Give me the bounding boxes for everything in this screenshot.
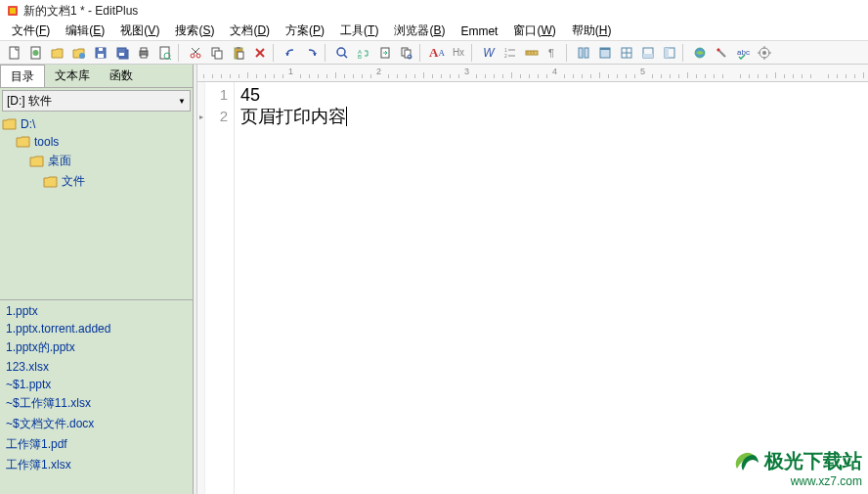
font-button[interactable]: AA — [426, 43, 448, 63]
spell-button[interactable]: abc — [732, 43, 754, 63]
menu-Emmet[interactable]: Emmet — [455, 23, 503, 39]
paste-button[interactable] — [228, 43, 249, 63]
whitespace-button[interactable]: ¶ — [542, 43, 564, 63]
file-row[interactable]: 工作簿1.pdf — [2, 434, 191, 455]
file-row[interactable]: ~$工作簿11.xlsx — [2, 393, 191, 414]
menu-浏览器[interactable]: 浏览器(B) — [388, 22, 451, 40]
file-row[interactable]: 1.pptx — [2, 302, 191, 320]
delete-button[interactable] — [249, 43, 271, 63]
svg-point-19 — [196, 54, 200, 58]
ruler: 12345 — [197, 65, 868, 82]
editor-area: 12345 ▸ 12 45页眉打印内容 — [197, 65, 868, 494]
tree-node-label: tools — [34, 135, 59, 149]
menu-方案[interactable]: 方案(P) — [280, 22, 330, 40]
menu-文档[interactable]: 文档(D) — [224, 22, 276, 40]
drive-label: [D:] 软件 — [7, 93, 52, 110]
line-marker — [197, 84, 204, 106]
line-number-button[interactable]: 12 — [499, 43, 521, 63]
svg-rect-23 — [215, 51, 222, 59]
menu-编辑[interactable]: 编辑(E) — [60, 22, 110, 40]
new-html-button[interactable] — [25, 43, 47, 63]
menu-视图[interactable]: 视图(V) — [114, 22, 165, 40]
svg-text:¶: ¶ — [548, 47, 554, 59]
svg-rect-7 — [98, 54, 104, 58]
toolbar-separator — [682, 44, 687, 62]
find-button[interactable] — [331, 43, 353, 63]
print-button[interactable] — [133, 43, 154, 63]
file-row[interactable]: 123.xlsx — [2, 358, 191, 376]
open-remote-button[interactable] — [68, 43, 90, 63]
file-row[interactable]: 工作簿1.xlsx — [2, 455, 191, 475]
tree-node[interactable]: tools — [2, 133, 191, 151]
folder-icon — [43, 175, 59, 189]
goto-button[interactable] — [374, 43, 396, 63]
tree-node[interactable]: 桌面 — [2, 151, 191, 171]
hex-button[interactable]: Hx — [448, 43, 469, 63]
output-button[interactable] — [637, 43, 659, 63]
file-row[interactable]: ~$文档文件.docx — [2, 414, 191, 434]
redo-button[interactable] — [301, 43, 323, 63]
new-file-button[interactable] — [4, 43, 25, 63]
save-all-button[interactable] — [111, 43, 133, 63]
save-button[interactable] — [90, 43, 111, 63]
watermark-logo-icon — [731, 449, 760, 474]
svg-line-30 — [344, 55, 347, 58]
open-button[interactable] — [47, 43, 68, 63]
app-icon — [6, 4, 20, 18]
copy-button[interactable] — [206, 43, 228, 63]
svg-rect-2 — [10, 47, 19, 59]
menu-文件[interactable]: 文件(F) — [6, 22, 56, 40]
text-cursor — [346, 107, 347, 126]
sidebar-tabs: 目录文本库函数 — [0, 65, 193, 88]
fullscreen-button[interactable] — [594, 43, 616, 63]
find-files-button[interactable] — [396, 43, 417, 63]
title-bar: 新的文档1 * - EditPlus — [0, 0, 868, 22]
replace-button[interactable]: AB — [353, 43, 374, 63]
menu-窗口[interactable]: 窗口(W) — [507, 22, 561, 40]
toolbar-separator — [471, 44, 476, 62]
svg-rect-46 — [579, 48, 583, 58]
svg-point-61 — [762, 51, 766, 55]
cut-button[interactable] — [185, 43, 206, 63]
browser-button[interactable] — [689, 43, 711, 63]
menu-帮助[interactable]: 帮助(H) — [566, 22, 618, 40]
svg-rect-54 — [643, 54, 653, 58]
text-editor[interactable]: 45页眉打印内容 — [235, 82, 868, 494]
svg-rect-26 — [238, 52, 243, 59]
folder-icon — [29, 155, 45, 168]
svg-line-17 — [169, 58, 171, 60]
directory-button[interactable] — [659, 43, 680, 63]
sidebar-tab-2[interactable]: 函数 — [100, 65, 143, 87]
menu-工具[interactable]: 工具(T) — [334, 22, 384, 40]
svg-point-29 — [337, 48, 345, 56]
cliptext-button[interactable] — [616, 43, 637, 63]
tree-node[interactable]: 文件 — [2, 171, 191, 192]
line-number-gutter: 12 — [205, 82, 235, 494]
ruler-button[interactable] — [521, 43, 542, 63]
undo-button[interactable] — [280, 43, 301, 63]
drive-selector[interactable]: [D:] 软件 ▼ — [2, 90, 191, 112]
svg-rect-1 — [10, 8, 16, 14]
column-button[interactable] — [573, 43, 594, 63]
file-row[interactable]: ~$1.pptx — [2, 376, 191, 393]
tree-node[interactable]: D:\ — [2, 115, 191, 133]
svg-text:2: 2 — [504, 53, 507, 59]
svg-rect-11 — [119, 53, 124, 56]
svg-rect-56 — [665, 48, 669, 58]
file-row[interactable]: 1.pptx.torrent.added — [2, 320, 191, 337]
wordwrap-button[interactable]: W — [478, 43, 499, 63]
file-row[interactable]: 1.pptx的.pptx — [2, 337, 191, 358]
folder-tree: D:\tools桌面文件 — [0, 113, 193, 299]
tools-button[interactable] — [711, 43, 732, 63]
editor-line: 45 — [240, 84, 862, 106]
toolbar: AB AA Hx W 12 ¶ abc — [0, 41, 868, 65]
svg-rect-13 — [141, 48, 147, 51]
sidebar-tab-0[interactable]: 目录 — [0, 65, 45, 87]
svg-rect-49 — [600, 48, 610, 50]
menu-搜索[interactable]: 搜索(S) — [169, 22, 220, 40]
preview-button[interactable] — [154, 43, 176, 63]
sidebar-tab-1[interactable]: 文本库 — [45, 65, 100, 87]
settings-button[interactable] — [754, 43, 775, 63]
svg-text:B: B — [358, 54, 362, 60]
line-marker-gutter: ▸ — [197, 82, 205, 494]
